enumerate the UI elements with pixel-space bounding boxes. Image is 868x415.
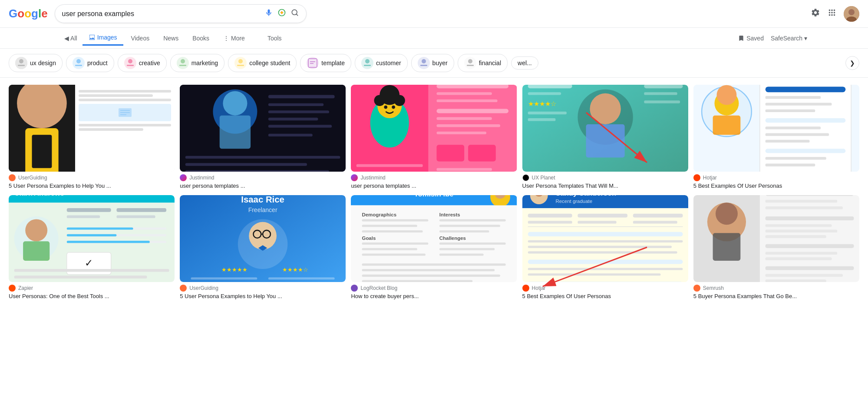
- svg-rect-68: [437, 117, 492, 120]
- card-7-source-row: UserGuiding: [180, 285, 346, 292]
- filter-chip-college-student[interactable]: college student: [228, 54, 297, 72]
- svg-rect-192: [765, 206, 842, 209]
- svg-rect-180: [528, 251, 677, 253]
- svg-rect-176: [528, 226, 683, 227]
- svg-rect-135: [191, 277, 257, 279]
- search-input[interactable]: [62, 10, 259, 18]
- svg-text:★★★★☆: ★★★★☆: [528, 100, 556, 107]
- image-card-7[interactable]: Isaac Rice Freelancer ★★★★★ ★★★★☆: [180, 195, 346, 300]
- image-card-5[interactable]: Hotjar 5 Best Examples Of User Personas: [693, 85, 859, 190]
- nav-news[interactable]: News: [157, 31, 185, 45]
- card-6-title: User Personas: One of the Best Tools ...: [9, 292, 175, 300]
- card-9-source-row: Hotjar: [522, 285, 688, 292]
- card-5-source-row: Hotjar: [693, 174, 859, 181]
- nav-images[interactable]: Images: [83, 30, 123, 46]
- card-7-source-icon: [180, 285, 187, 292]
- image-card-3[interactable]: Justinmind user persona templates ...: [351, 85, 517, 190]
- svg-text:Isaac Rice: Isaac Rice: [241, 195, 284, 204]
- svg-rect-69: [437, 124, 501, 127]
- tools-button[interactable]: Tools: [261, 31, 288, 45]
- svg-point-29: [422, 59, 426, 63]
- nav-books[interactable]: Books: [186, 31, 215, 45]
- image-search-icon[interactable]: [277, 8, 286, 19]
- safesearch-button[interactable]: SafeSearch ▾: [771, 35, 807, 42]
- google-logo[interactable]: Google: [9, 7, 48, 20]
- search-action-icons: [264, 8, 299, 19]
- svg-rect-155: [439, 242, 506, 245]
- filter-chip-product[interactable]: product: [66, 54, 114, 72]
- svg-point-107: [25, 219, 47, 242]
- filter-chip-ux-design[interactable]: ux design: [9, 54, 63, 72]
- svg-text:✓: ✓: [85, 257, 93, 269]
- svg-rect-200: [765, 266, 854, 270]
- svg-text:Sandy Sanderson: Sandy Sanderson: [555, 195, 616, 197]
- image-card-9[interactable]: Sandy Sanderson Recent graduate: [522, 195, 688, 300]
- svg-point-44: [223, 91, 248, 116]
- svg-rect-54: [185, 170, 329, 172]
- svg-rect-24: [310, 63, 314, 64]
- image-card-8[interactable]: Tomisin Ibe Demographics Interests: [351, 195, 517, 300]
- card-2-source-icon: [180, 174, 187, 181]
- filter-chip-customer[interactable]: customer: [355, 54, 408, 72]
- svg-text:Tomisin Ibe: Tomisin Ibe: [414, 195, 454, 198]
- svg-rect-136: [268, 277, 335, 279]
- filter-chip-creative[interactable]: creative: [118, 54, 167, 72]
- search-button[interactable]: [290, 8, 299, 19]
- filter-next-button[interactable]: ❯: [845, 56, 859, 70]
- card-1-source-row: UserGuiding: [9, 174, 175, 181]
- svg-rect-116: [67, 234, 117, 236]
- avatar[interactable]: [844, 6, 859, 22]
- svg-rect-183: [528, 273, 660, 276]
- nav-videos[interactable]: Videos: [125, 31, 156, 45]
- image-card-10[interactable]: Semrush 5 Buyer Persona Examples That Go…: [693, 195, 859, 300]
- image-card-2[interactable]: Justinmind user persona templates ...: [180, 85, 346, 190]
- card-3-source-icon: [351, 174, 358, 181]
- svg-rect-193: [765, 216, 854, 220]
- svg-rect-53: [185, 163, 307, 166]
- card-4-source-row: UX Planet: [522, 174, 688, 181]
- filter-chip-wel[interactable]: wel...: [511, 56, 538, 70]
- svg-rect-173: [528, 221, 572, 223]
- svg-rect-190: [765, 195, 854, 196]
- saved-button[interactable]: Saved: [738, 35, 764, 42]
- card-4-source-name: UX Planet: [532, 175, 555, 181]
- card-10-source-row: Semrush: [693, 285, 859, 292]
- card-1-title: 5 User Persona Examples to Help You ...: [9, 182, 175, 190]
- nav-back-button[interactable]: ◀ All: [61, 31, 81, 45]
- svg-rect-118: [67, 241, 150, 243]
- svg-rect-8: [18, 65, 25, 66]
- chip-thumb-product: [73, 57, 85, 69]
- filter-chip-marketing[interactable]: marketing: [170, 54, 224, 72]
- svg-text:Goals: Goals: [362, 236, 376, 241]
- svg-rect-37: [32, 135, 52, 168]
- svg-rect-156: [362, 248, 417, 250]
- svg-rect-66: [437, 100, 498, 102]
- svg-rect-171: [578, 214, 627, 218]
- chip-thumb-template: [307, 57, 319, 69]
- image-card-1[interactable]: UserGuiding 5 User Persona Examples to H…: [9, 85, 175, 190]
- svg-rect-70: [437, 132, 487, 134]
- svg-rect-108: [23, 242, 50, 261]
- image-card-4[interactable]: ★★★★☆ UX Planet User Persona Templates T…: [522, 85, 688, 190]
- svg-rect-82: [528, 112, 566, 114]
- apps-icon[interactable]: [827, 8, 837, 20]
- card-10-title: 5 Buyer Persona Examples That Go Be...: [693, 292, 859, 300]
- filter-chip-template[interactable]: template: [300, 54, 351, 72]
- svg-rect-177: [528, 232, 683, 236]
- chip-thumb-marketing: [177, 57, 189, 69]
- settings-icon[interactable]: [811, 8, 820, 20]
- card-3-source-row: Justinmind: [351, 174, 517, 181]
- svg-rect-194: [765, 224, 832, 227]
- svg-rect-163: [362, 280, 473, 282]
- voice-search-icon[interactable]: [264, 8, 273, 19]
- card-2-source-row: Justinmind: [180, 174, 346, 181]
- svg-rect-103: [765, 164, 815, 166]
- svg-rect-122: [14, 276, 147, 279]
- nav-more[interactable]: ⋮ More: [217, 31, 251, 45]
- image-card-6[interactable]: Clark Andrews: [9, 195, 175, 300]
- filter-chip-buyer[interactable]: buyer: [411, 54, 454, 72]
- svg-rect-179: [528, 246, 671, 248]
- svg-rect-30: [420, 65, 427, 66]
- svg-text:Interests: Interests: [439, 212, 460, 217]
- filter-chip-financial[interactable]: financial: [458, 54, 508, 72]
